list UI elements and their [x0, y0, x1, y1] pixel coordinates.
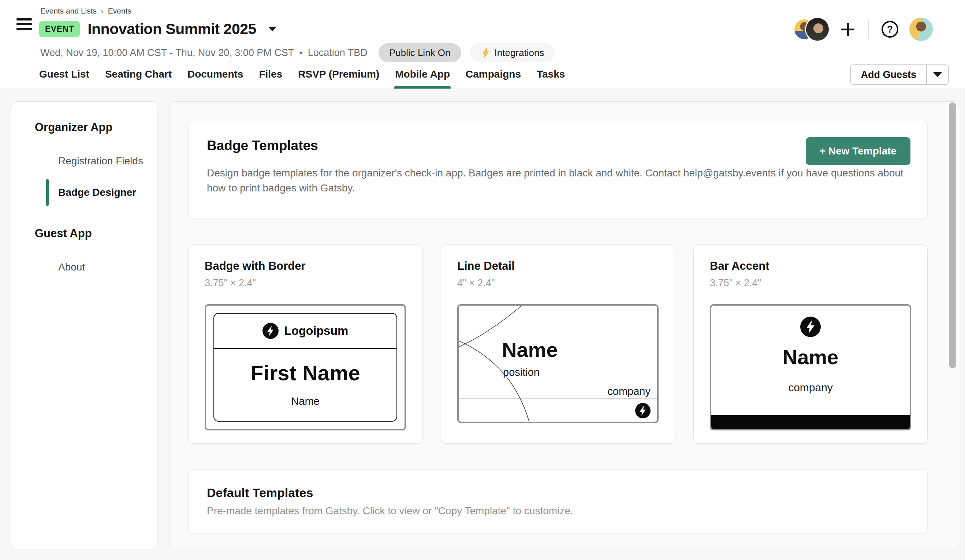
tab-documents[interactable]: Documents — [187, 69, 243, 88]
tab-bar: Guest List Seating Chart Documents Files… — [39, 69, 565, 88]
badge-company-text: company — [607, 385, 651, 397]
sidebar-heading-guest-app: Guest App — [35, 227, 157, 240]
sidebar-item-badge-designer[interactable]: Badge Designer — [58, 184, 136, 201]
menu-icon[interactable] — [16, 18, 32, 33]
breadcrumb-events[interactable]: Events — [108, 7, 131, 15]
tab-guest-list[interactable]: Guest List — [39, 69, 89, 88]
template-card-bar-accent[interactable]: Bar Accent 3.75" × 2.4" Name company — [693, 245, 927, 444]
event-header: Events and Lists › Events EVENT Innovati… — [0, 0, 965, 89]
tab-files[interactable]: Files — [259, 69, 282, 88]
sidebar-item-about[interactable]: About — [58, 259, 85, 275]
badge-company-text: company — [711, 381, 910, 394]
header-divider — [869, 20, 869, 39]
badge-name-text: Name — [502, 338, 558, 362]
logo-text: Logoipsum — [284, 324, 348, 338]
badge-first-name-text: First Name — [250, 361, 360, 385]
badge-designer-page: Events and Lists › Events EVENT Innovati… — [0, 0, 965, 560]
add-guests-label: Add Guests — [851, 65, 926, 84]
sidebar-item-registration-fields[interactable]: Registration Fields — [58, 153, 143, 169]
user-avatar[interactable] — [909, 18, 933, 41]
breadcrumb-events-and-lists[interactable]: Events and Lists — [40, 7, 96, 15]
template-size: 4" × 2.4" — [457, 278, 659, 289]
help-icon[interactable]: ? — [882, 21, 898, 38]
sidebar-heading-organizer-app: Organizer App — [35, 121, 157, 134]
tab-tasks[interactable]: Tasks — [536, 69, 565, 88]
integrations-label: Integrations — [495, 47, 545, 59]
template-card-row: Badge with Border 3.75" × 2.4" Logoipsum… — [188, 245, 927, 444]
badge-divider-line — [459, 398, 657, 399]
logo-bolt-icon — [635, 403, 651, 418]
header-icon-cluster: ? — [795, 18, 933, 41]
page-title: Innovation Summit 2025 — [87, 21, 256, 38]
help-glyph: ? — [887, 24, 893, 35]
event-datetime: Wed, Nov 19, 10:00 AM CST - Thu, Nov 20,… — [40, 47, 294, 59]
badge-name-text: Name — [711, 345, 910, 369]
scrollbar-thumb[interactable] — [949, 103, 956, 368]
dot-separator: • — [299, 47, 303, 59]
badge-logo-row: Logoipsum — [214, 313, 396, 349]
badge-designer-main: Badge Templates + New Template Design ba… — [170, 101, 959, 549]
logo-bolt-icon — [262, 323, 279, 339]
template-card-badge-with-border[interactable]: Badge with Border 3.75" × 2.4" Logoipsum… — [188, 245, 422, 444]
chevron-down-icon[interactable] — [268, 27, 276, 31]
default-templates-panel: Default Templates Pre-made templates fro… — [188, 469, 927, 533]
default-templates-description: Pre-made templates from Gatsby. Click to… — [207, 505, 909, 517]
template-name: Bar Accent — [710, 260, 911, 273]
add-collaborator-icon[interactable] — [840, 21, 856, 38]
badge-templates-description: Design badge templates for the organizer… — [207, 166, 909, 196]
event-type-badge: EVENT — [39, 21, 80, 38]
tab-mobile-app[interactable]: Mobile App — [395, 69, 450, 88]
badge-name-area: First Name Name — [214, 349, 396, 421]
badge-accent-bar — [711, 415, 910, 429]
badge-templates-title: Badge Templates — [207, 138, 909, 153]
decorative-arc-lines — [459, 305, 657, 422]
tab-campaigns[interactable]: Campaigns — [466, 69, 521, 88]
tab-seating-chart[interactable]: Seating Chart — [105, 69, 172, 88]
badge-inner-frame: Logoipsum First Name Name — [213, 313, 397, 422]
public-link-pill[interactable]: Public Link On — [378, 43, 461, 62]
add-guests-caret-icon[interactable] — [927, 65, 948, 84]
event-meta-row: Wed, Nov 19, 10:00 AM CST - Thu, Nov 20,… — [40, 43, 554, 62]
badge-preview-bar-accent: Name company — [710, 304, 911, 431]
event-title-row: EVENT Innovation Summit 2025 — [39, 21, 276, 38]
template-size: 3.75" × 2.4" — [204, 278, 406, 289]
badge-position-text: position — [503, 366, 540, 379]
event-location: Location TBD — [308, 47, 368, 59]
tab-rsvp-premium[interactable]: RSVP (Premium) — [298, 69, 379, 88]
badge-preview-line-detail: Name position company — [457, 304, 659, 423]
collaborator-avatar-2[interactable] — [806, 18, 829, 41]
template-name: Line Detail — [457, 260, 659, 273]
lightning-bolt-icon — [481, 47, 491, 58]
new-template-button[interactable]: + New Template — [806, 137, 911, 165]
add-guests-button[interactable]: Add Guests — [850, 64, 949, 85]
template-name: Badge with Border — [204, 260, 406, 273]
default-templates-title: Default Templates — [207, 486, 909, 500]
breadcrumb: Events and Lists › Events — [40, 7, 131, 15]
badge-preview-border: Logoipsum First Name Name — [204, 304, 406, 431]
integrations-pill[interactable]: Integrations — [470, 43, 555, 62]
badge-name-text: Name — [291, 395, 319, 407]
content-area: Organizer App Registration Fields Badge … — [11, 101, 959, 549]
breadcrumb-separator: › — [101, 7, 104, 15]
logo-bolt-icon — [800, 317, 821, 337]
template-size: 3.75" × 2.4" — [710, 278, 911, 289]
template-card-line-detail[interactable]: Line Detail 4" × 2.4" Name position comp… — [441, 245, 675, 444]
badge-templates-panel: Badge Templates + New Template Design ba… — [188, 120, 927, 219]
mobile-app-sidebar: Organizer App Registration Fields Badge … — [11, 101, 157, 549]
